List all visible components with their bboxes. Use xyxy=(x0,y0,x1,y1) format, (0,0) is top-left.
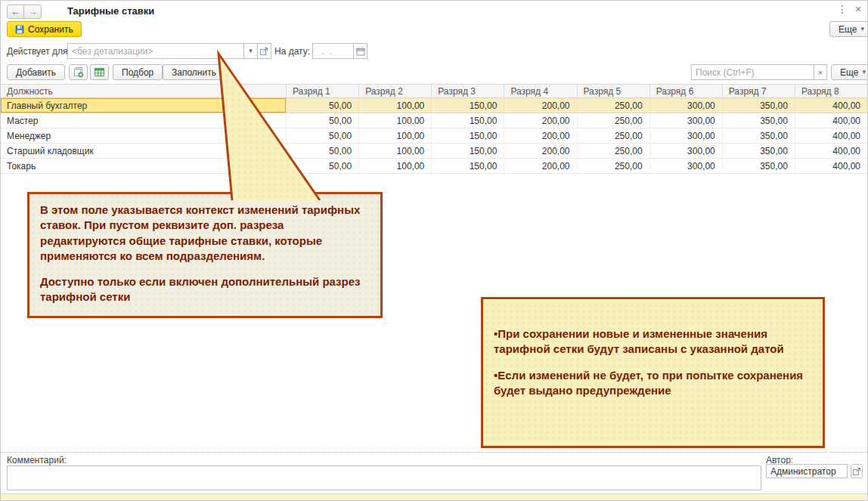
search-clear-button[interactable]: × xyxy=(814,64,827,80)
table-icon xyxy=(94,66,105,78)
page-title: Тарифные ставки xyxy=(67,5,154,17)
rate-cell[interactable]: 100,00 xyxy=(358,159,431,173)
table-row[interactable]: Токарь50,00100,00150,00200,00250,00300,0… xyxy=(1,159,867,174)
save-button[interactable]: Сохранить xyxy=(7,21,82,37)
rate-cell[interactable]: 350,00 xyxy=(722,144,795,158)
rate-cell[interactable]: 250,00 xyxy=(577,144,649,158)
rate-cell[interactable]: 200,00 xyxy=(504,144,576,158)
history-nav: ← → xyxy=(7,5,42,19)
callout-pointer-arrow xyxy=(211,49,324,200)
forward-button[interactable]: → xyxy=(24,5,42,19)
table-row[interactable]: Главный бухгалтер50,00100,00150,00200,00… xyxy=(1,98,867,113)
column-header[interactable]: Разряд 8 xyxy=(795,85,867,97)
column-header[interactable]: Разряд 3 xyxy=(431,85,504,97)
rate-cell[interactable]: 400,00 xyxy=(795,159,867,173)
search-box: × xyxy=(691,64,827,80)
tariff-table: ДолжностьРазряд 1Разряд 2Разряд 3Разряд … xyxy=(1,84,867,174)
open-link-icon xyxy=(853,467,861,475)
column-header[interactable]: Разряд 7 xyxy=(722,85,795,97)
back-icon: ← xyxy=(11,6,20,17)
callout-paragraph: •Если изменений не будет, то при попытке… xyxy=(494,368,812,399)
rate-cell[interactable]: 150,00 xyxy=(431,144,504,158)
more-button-toolbar-label: Еще xyxy=(840,67,858,78)
calendar-icon xyxy=(356,47,365,56)
column-header[interactable]: Разряд 5 xyxy=(577,85,649,97)
forward-icon: → xyxy=(28,6,38,17)
rate-cell[interactable]: 200,00 xyxy=(504,113,576,128)
rate-cell[interactable]: 100,00 xyxy=(358,128,431,143)
chevron-down-icon: ▾ xyxy=(862,69,866,76)
rate-cell[interactable]: 350,00 xyxy=(722,113,795,128)
rate-cell[interactable]: 400,00 xyxy=(795,144,867,158)
table-row[interactable]: Мастер50,00100,00150,00200,00250,00300,0… xyxy=(1,113,867,128)
add-button-label: Добавить xyxy=(16,67,56,78)
copy-button[interactable] xyxy=(69,64,88,80)
rate-cell[interactable]: 250,00 xyxy=(577,98,649,113)
add-button[interactable]: Добавить xyxy=(7,64,65,80)
comment-label: Комментарий: xyxy=(7,455,67,465)
rate-cell[interactable]: 200,00 xyxy=(504,98,576,113)
rate-cell[interactable]: 150,00 xyxy=(431,128,504,143)
bottom-strip xyxy=(1,493,867,500)
back-button[interactable]: ← xyxy=(7,5,24,19)
rate-cell[interactable]: 250,00 xyxy=(577,128,649,143)
table-row[interactable]: Старший кладовщик50,00100,00150,00200,00… xyxy=(1,144,867,159)
rate-cell[interactable]: 150,00 xyxy=(431,113,504,128)
table-header-row: ДолжностьРазряд 1Разряд 2Разряд 3Разряд … xyxy=(1,84,867,98)
column-header[interactable]: Разряд 4 xyxy=(504,85,576,97)
rate-cell[interactable]: 300,00 xyxy=(649,144,722,158)
rate-cell[interactable]: 300,00 xyxy=(649,128,722,143)
save-button-label: Сохранить xyxy=(28,24,73,35)
rate-cell[interactable]: 300,00 xyxy=(649,98,722,113)
annotation-callout-save: •При сохранении новые и измененные значе… xyxy=(481,297,825,448)
kebab-menu-icon[interactable]: ⋮ xyxy=(837,3,848,15)
rate-cell[interactable]: 150,00 xyxy=(431,98,504,113)
rate-cell[interactable]: 400,00 xyxy=(795,113,867,128)
rate-cell[interactable]: 400,00 xyxy=(795,128,867,143)
callout-paragraph: В этом поле указывается контекст изменен… xyxy=(40,203,370,264)
clear-icon: × xyxy=(818,68,823,77)
rate-cell[interactable]: 100,00 xyxy=(358,98,431,113)
table-row[interactable]: Менеджер50,00100,00150,00200,00250,00300… xyxy=(1,128,867,144)
rate-cell[interactable]: 300,00 xyxy=(649,113,722,128)
rate-cell[interactable]: 100,00 xyxy=(358,113,431,128)
rate-cell[interactable]: 200,00 xyxy=(504,128,576,143)
pick-button[interactable]: Подбор xyxy=(113,64,163,80)
rate-cell[interactable]: 200,00 xyxy=(504,159,576,173)
more-button-toolbar[interactable]: Еще ▾ xyxy=(831,64,868,80)
splitter[interactable] xyxy=(1,452,867,453)
author-input[interactable] xyxy=(766,464,848,478)
more-button-top[interactable]: Еще ▾ xyxy=(829,21,868,37)
grid-settings-button[interactable] xyxy=(90,64,109,80)
acts-for-label: Действует для: xyxy=(7,46,70,57)
rate-cell[interactable]: 250,00 xyxy=(577,159,649,173)
rate-cell[interactable]: 150,00 xyxy=(431,159,504,173)
rate-cell[interactable]: 400,00 xyxy=(795,98,867,113)
search-input[interactable] xyxy=(691,64,814,80)
column-header[interactable]: Разряд 2 xyxy=(358,85,431,97)
pick-button-label: Подбор xyxy=(122,67,153,78)
floppy-disk-icon xyxy=(15,25,24,34)
table-body: Главный бухгалтер50,00100,00150,00200,00… xyxy=(1,98,867,174)
chevron-down-icon: ▾ xyxy=(860,26,864,32)
fill-button-label: Заполнить xyxy=(172,67,216,78)
rate-cell[interactable]: 100,00 xyxy=(358,144,431,158)
rate-cell[interactable]: 350,00 xyxy=(722,159,795,173)
close-icon[interactable]: × xyxy=(855,3,861,15)
tariff-rates-window: ← → Тарифные ставки ⋮ × Сохранить Еще ▾ … xyxy=(0,0,868,501)
calendar-button[interactable] xyxy=(354,43,367,59)
rate-cell[interactable]: 350,00 xyxy=(722,98,795,113)
comment-textarea[interactable] xyxy=(7,465,761,490)
callout-paragraph: Доступно только если включен дополнитель… xyxy=(40,274,370,305)
copy-icon xyxy=(73,66,84,78)
callout-paragraph: •При сохранении новые и измененные значе… xyxy=(494,326,812,357)
rate-cell[interactable]: 350,00 xyxy=(722,128,795,143)
annotation-callout-context: В этом поле указывается контекст изменен… xyxy=(27,192,383,318)
more-button-top-label: Еще xyxy=(839,24,857,35)
column-header[interactable]: Разряд 6 xyxy=(649,85,722,97)
rate-cell[interactable]: 300,00 xyxy=(649,159,722,173)
author-open-button[interactable] xyxy=(851,464,863,478)
rate-cell[interactable]: 250,00 xyxy=(577,113,649,128)
